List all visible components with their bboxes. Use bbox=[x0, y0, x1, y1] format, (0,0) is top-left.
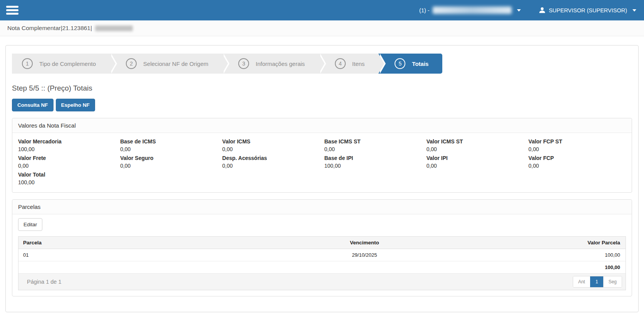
espelho-nf-button[interactable]: Espelho NF bbox=[56, 99, 95, 111]
menu-button[interactable] bbox=[4, 2, 21, 19]
field-label: Valor Seguro bbox=[120, 154, 217, 162]
wizard-step-itens[interactable]: 4 Itens bbox=[319, 54, 379, 74]
field-value: 0,00 bbox=[325, 145, 422, 153]
field-value: 0,00 bbox=[427, 162, 524, 170]
total-valor-parcela: 100,00 bbox=[455, 261, 626, 273]
field-valor-frete: Valor Frete 0,00 bbox=[18, 153, 115, 170]
field-value: 0,00 bbox=[18, 162, 115, 170]
step-number-badge: 1 bbox=[22, 58, 33, 69]
step-label: Itens bbox=[352, 61, 365, 67]
cell-vencimento: 29/10/2025 bbox=[273, 249, 455, 261]
valores-fields-grid: Valor Mercadoria 100,00 Base de ICMS 0,0… bbox=[18, 137, 626, 187]
field-valor-fcp-st: Valor FCP ST 0,00 bbox=[529, 137, 626, 153]
topbar-right: (1) - SUPERVISOR (SUPERVISOR) bbox=[419, 7, 636, 14]
column-header-valor-parcela: Valor Parcela bbox=[455, 237, 626, 249]
field-value: 0,00 bbox=[222, 145, 319, 153]
field-label: Valor FCP ST bbox=[529, 138, 626, 145]
top-navbar: (1) - SUPERVISOR (SUPERVISOR) bbox=[0, 0, 644, 20]
pagination-controls: Ant 1 Seg bbox=[573, 276, 622, 288]
field-label: Valor Frete bbox=[18, 154, 115, 162]
step-number-badge: 3 bbox=[238, 58, 249, 69]
hamburger-icon bbox=[6, 6, 18, 8]
column-header-vencimento: Vencimento bbox=[273, 237, 455, 249]
wizard-step-selecionar-nf-origem[interactable]: 2 Selecionar NF de Origem bbox=[110, 54, 222, 74]
field-valor-icms-st: Valor ICMS ST 0,00 bbox=[427, 137, 524, 153]
field-value: 0,00 bbox=[427, 145, 524, 153]
table-header-row: Parcela Vencimento Valor Parcela bbox=[18, 237, 626, 249]
breadcrumb: Nota Complementar|21.123861| bbox=[0, 20, 644, 36]
user-label: SUPERVISOR (SUPERVISOR) bbox=[549, 7, 627, 13]
caret-down-icon bbox=[517, 9, 521, 12]
step-label: Totais bbox=[412, 61, 428, 67]
field-label: Valor IPI bbox=[427, 154, 524, 162]
consulta-nf-button[interactable]: Consulta NF bbox=[12, 99, 54, 111]
redacted-branch-name bbox=[433, 7, 512, 14]
parcelas-panel-body: Editar Parcela Vencimento Valor Parcela … bbox=[12, 214, 632, 296]
step-label: Informações gerais bbox=[256, 61, 305, 67]
step-label: Selecionar NF de Origem bbox=[143, 61, 208, 67]
column-header-parcela: Parcela bbox=[18, 237, 273, 249]
wizard-steps: 1 Tipo de Complemento 2 Selecionar NF de… bbox=[12, 54, 632, 74]
valores-panel-body: Valor Mercadoria 100,00 Base de ICMS 0,0… bbox=[12, 133, 632, 192]
field-label: Valor ICMS ST bbox=[427, 138, 524, 145]
field-base-de-icms: Base de ICMS 0,00 bbox=[120, 137, 217, 153]
field-value: 0,00 bbox=[529, 162, 626, 170]
step-number-badge: 4 bbox=[335, 58, 346, 69]
wizard-step-totais-active[interactable]: 5 Totais bbox=[378, 54, 442, 74]
field-valor-total: Valor Total 100,00 bbox=[18, 170, 115, 187]
field-label: Valor FCP bbox=[529, 154, 626, 162]
field-label: Base de IPI bbox=[325, 154, 422, 162]
field-value: 100,00 bbox=[325, 162, 422, 170]
table-footer: Página 1 de 1 Ant 1 Seg bbox=[18, 274, 626, 290]
field-valor-seguro: Valor Seguro 0,00 bbox=[120, 153, 217, 170]
cell-parcela: 01 bbox=[18, 249, 273, 261]
field-value: 0,00 bbox=[529, 145, 626, 153]
field-valor-mercadoria: Valor Mercadoria 100,00 bbox=[18, 137, 115, 153]
editar-button[interactable]: Editar bbox=[18, 218, 42, 231]
field-valor-fcp: Valor FCP 0,00 bbox=[529, 153, 626, 170]
table-total-row: 100,00 bbox=[18, 261, 626, 274]
field-label: Valor ICMS bbox=[222, 138, 319, 145]
field-label: Base de ICMS bbox=[120, 138, 217, 145]
main-content-card: 1 Tipo de Complemento 2 Selecionar NF de… bbox=[5, 45, 639, 312]
step-number-badge: 2 bbox=[126, 58, 137, 69]
breadcrumb-title: Nota Complementar|21.123861| bbox=[7, 25, 92, 32]
field-label: Base ICMS ST bbox=[325, 138, 422, 145]
pagination-info: Página 1 de 1 bbox=[27, 279, 62, 285]
parcelas-panel-title: Parcelas bbox=[12, 200, 632, 214]
field-value: 0,00 bbox=[120, 162, 217, 170]
field-value: 100,00 bbox=[18, 145, 115, 153]
field-value: 0,00 bbox=[120, 145, 217, 153]
branch-selector[interactable]: (1) - bbox=[419, 7, 521, 14]
parcelas-toolbar: Editar bbox=[18, 218, 626, 231]
valores-panel-title: Valores da Nota Fiscal bbox=[12, 118, 632, 133]
toolbar: Consulta NF Espelho NF bbox=[12, 99, 632, 111]
field-desp-acessorias: Desp. Acessórias 0,00 bbox=[222, 153, 319, 170]
step-number-badge: 5 bbox=[395, 58, 405, 69]
field-label: Desp. Acessórias bbox=[222, 154, 319, 162]
wizard-step-tipo-de-complemento[interactable]: 1 Tipo de Complemento bbox=[12, 54, 110, 74]
redacted-breadcrumb-text bbox=[95, 25, 133, 31]
table-row[interactable]: 01 29/10/2025 100,00 bbox=[18, 249, 626, 261]
pagination-page-1-button[interactable]: 1 bbox=[590, 276, 603, 287]
valores-panel: Valores da Nota Fiscal Valor Mercadoria … bbox=[12, 118, 632, 193]
field-value: 0,00 bbox=[222, 162, 319, 170]
user-menu[interactable]: SUPERVISOR (SUPERVISOR) bbox=[539, 7, 636, 14]
step-label: Tipo de Complemento bbox=[39, 61, 96, 67]
wizard-step-informacoes-gerais[interactable]: 3 Informações gerais bbox=[222, 54, 319, 74]
parcelas-panel: Parcelas Editar Parcela Vencimento Valor… bbox=[12, 199, 632, 296]
field-label: Valor Total bbox=[18, 171, 115, 178]
field-base-de-ipi: Base de IPI 100,00 bbox=[325, 153, 422, 170]
parcelas-table: Parcela Vencimento Valor Parcela 01 29/1… bbox=[18, 236, 626, 290]
page-title: Step 5/5 :: (Preço) Totais bbox=[12, 84, 632, 93]
cell-valor-parcela: 100,00 bbox=[455, 249, 626, 261]
field-valor-ipi: Valor IPI 0,00 bbox=[427, 153, 524, 170]
pagination-next-button[interactable]: Seg bbox=[603, 276, 622, 287]
field-valor-icms: Valor ICMS 0,00 bbox=[222, 137, 319, 153]
person-icon bbox=[539, 7, 546, 14]
pagination-prev-button[interactable]: Ant bbox=[573, 276, 590, 287]
field-label: Valor Mercadoria bbox=[18, 138, 115, 145]
field-value: 100,00 bbox=[18, 178, 115, 186]
field-base-icms-st: Base ICMS ST 0,00 bbox=[325, 137, 422, 153]
caret-down-icon bbox=[632, 9, 636, 12]
